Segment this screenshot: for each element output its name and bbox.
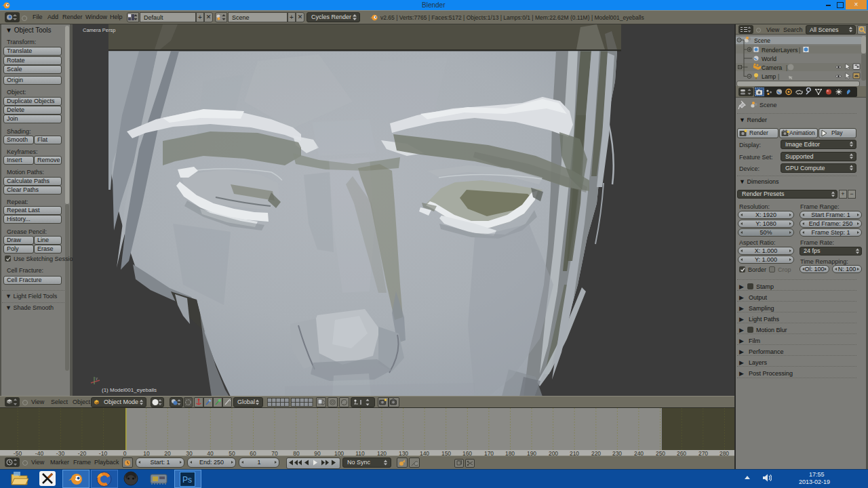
svg-text:100: 100 bbox=[334, 450, 344, 456]
svg-text:|: | bbox=[799, 47, 800, 54]
svg-text:280: 280 bbox=[719, 450, 729, 456]
svg-text:80: 80 bbox=[293, 450, 300, 456]
svg-text:30: 30 bbox=[186, 450, 193, 456]
svg-text:250: 250 bbox=[656, 450, 665, 456]
svg-text:190: 190 bbox=[527, 450, 536, 456]
svg-text:110: 110 bbox=[355, 450, 365, 456]
svg-text:(1) Model001_eyeballs: (1) Model001_eyeballs bbox=[102, 387, 157, 393]
svg-text:-40: -40 bbox=[35, 450, 44, 456]
svg-text:200: 200 bbox=[549, 450, 558, 456]
svg-text:210: 210 bbox=[570, 450, 579, 456]
svg-text:180: 180 bbox=[505, 450, 515, 456]
svg-text:50: 50 bbox=[229, 450, 235, 456]
svg-text:270: 270 bbox=[698, 450, 708, 456]
svg-text:World: World bbox=[762, 56, 776, 62]
svg-text:150: 150 bbox=[441, 450, 451, 456]
svg-text:Camera: Camera bbox=[762, 64, 783, 71]
svg-text:170: 170 bbox=[484, 450, 494, 456]
svg-text:-10: -10 bbox=[99, 450, 108, 456]
svg-text:40: 40 bbox=[207, 450, 214, 456]
svg-text:20: 20 bbox=[164, 450, 171, 456]
svg-text:60: 60 bbox=[250, 450, 256, 456]
svg-text:70: 70 bbox=[271, 450, 278, 456]
svg-text:230: 230 bbox=[612, 450, 622, 456]
svg-text:220: 220 bbox=[591, 450, 601, 456]
svg-text:Camera Persp: Camera Persp bbox=[83, 27, 115, 33]
svg-text:y: y bbox=[96, 376, 98, 380]
svg-text:-30: -30 bbox=[56, 450, 65, 456]
svg-text:0: 0 bbox=[123, 450, 127, 456]
svg-text:120: 120 bbox=[377, 450, 387, 456]
svg-text:Scene: Scene bbox=[754, 37, 770, 44]
svg-text:-50: -50 bbox=[14, 450, 22, 456]
svg-text:160: 160 bbox=[462, 450, 472, 456]
svg-text:10: 10 bbox=[143, 450, 150, 456]
svg-text:130: 130 bbox=[399, 450, 408, 456]
svg-text:Lamp: Lamp bbox=[762, 73, 776, 80]
svg-text:-20: -20 bbox=[78, 450, 87, 456]
svg-text:240: 240 bbox=[634, 450, 644, 456]
svg-text:90: 90 bbox=[314, 450, 321, 456]
svg-text:|: | bbox=[786, 64, 787, 71]
svg-text:260: 260 bbox=[677, 450, 686, 456]
svg-text:|: | bbox=[778, 73, 779, 80]
svg-text:Ps: Ps bbox=[182, 475, 192, 485]
svg-text:RenderLayers: RenderLayers bbox=[762, 47, 797, 54]
svg-text:140: 140 bbox=[420, 450, 429, 456]
